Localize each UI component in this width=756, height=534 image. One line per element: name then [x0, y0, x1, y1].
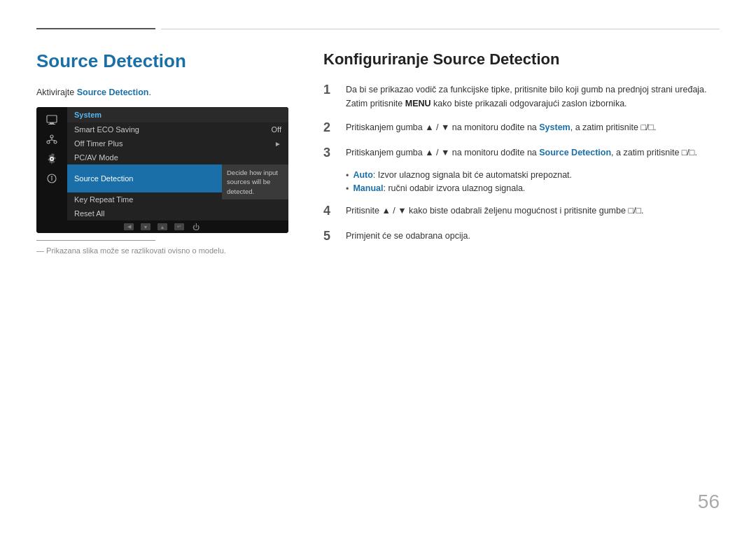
- bullet-auto-text: Auto: Izvor ulaznog signala bit će autom…: [353, 170, 572, 180]
- menu-item-smart-eco: Smart ECO Saving Off: [67, 122, 288, 136]
- svg-point-3: [50, 135, 53, 138]
- svg-rect-2: [48, 124, 55, 125]
- step-5: 5 Primjenit će se odabrana opcija.: [323, 229, 720, 244]
- top-dividers: [36, 28, 720, 29]
- step-2-number: 2: [323, 120, 337, 136]
- bullets-list: • Auto: Izvor ulaznog signala bit će aut…: [346, 170, 720, 194]
- monitor-bottom: ◀ ▼ ▲ ↵ ⏻: [36, 220, 288, 233]
- bullet-manual-text: Manual: ručni odabir izvora ulaznog sign…: [353, 183, 525, 193]
- network-icon: [41, 131, 62, 148]
- page-container: Source Detection Aktivirajte Source Dete…: [0, 0, 756, 534]
- tooltip-box: Decide how input sources will be detecte…: [222, 164, 288, 199]
- menu-item-off-timer: Off Timer Plus ►: [67, 136, 288, 150]
- activate-text: Aktivirajte Source Detection.: [36, 87, 288, 97]
- activate-suffix: .: [148, 87, 150, 97]
- menu-bold: MENU: [405, 99, 431, 108]
- bullet-manual: • Manual: ručni odabir izvora ulaznog si…: [346, 183, 720, 194]
- step-3-link: Source Detection: [539, 148, 611, 157]
- menu-label-key-repeat: Key Repeat Time: [74, 195, 133, 204]
- svg-point-5: [54, 141, 57, 143]
- bottom-divider: [36, 240, 155, 241]
- tooltip-text: Decide how input sources will be detecte…: [227, 169, 278, 195]
- svg-line-7: [48, 140, 52, 141]
- page-title: Source Detection: [36, 50, 288, 72]
- menu-label-reset: Reset All: [74, 209, 104, 218]
- monitor-screen: System Smart ECO Saving Off Off Timer Pl…: [36, 107, 288, 220]
- btn-up: ▲: [158, 223, 167, 230]
- left-column: Source Detection Aktivirajte Source Dete…: [36, 50, 309, 506]
- svg-rect-1: [50, 122, 54, 124]
- step-4: 4 Pritisnite ▲ / ▼ kako biste odabrali ž…: [323, 204, 720, 219]
- monitor-menu: System Smart ECO Saving Off Off Timer Pl…: [67, 107, 288, 220]
- step-4-number: 4: [323, 204, 337, 219]
- menu-item-pcav: PC/AV Mode: [67, 150, 288, 164]
- activate-prefix: Aktivirajte: [36, 87, 77, 97]
- main-content: Source Detection Aktivirajte Source Dete…: [36, 50, 720, 506]
- step-1-text: Da bi se prikazao vodič za funkcijske ti…: [346, 83, 720, 111]
- step-3-number: 3: [323, 146, 337, 161]
- steps-list: 1 Da bi se prikazao vodič za funkcijske …: [323, 83, 720, 244]
- bullet-auto: • Auto: Izvor ulaznog signala bit će aut…: [346, 170, 720, 181]
- bullets-item: • Auto: Izvor ulaznog signala bit će aut…: [346, 170, 720, 194]
- step-5-text: Primjenit će se odabrana opcija.: [346, 229, 470, 243]
- step-2: 2 Pritiskanjem gumba ▲ / ▼ na monitoru d…: [323, 120, 720, 136]
- btn-power: ⏻: [191, 223, 201, 230]
- step-3-text: Pritiskanjem gumba ▲ / ▼ na monitoru dođ…: [346, 146, 697, 160]
- step-2-text: Pritiskanjem gumba ▲ / ▼ na monitoru dođ…: [346, 120, 657, 134]
- menu-item-source-detection: Source Detection: [67, 164, 232, 192]
- menu-items: Smart ECO Saving Off Off Timer Plus ► PC…: [67, 122, 288, 220]
- btn-left: ◀: [124, 223, 134, 230]
- settings-icon: [41, 150, 62, 167]
- step-1-number: 1: [323, 83, 337, 98]
- term-auto: Auto: [353, 170, 372, 180]
- svg-rect-0: [47, 115, 57, 122]
- step-4-text: Pritisnite ▲ / ▼ kako biste odabrali žel…: [346, 204, 643, 218]
- note-text: ― Prikazana slika može se razlikovati ov…: [36, 246, 288, 255]
- bullet-dot-manual: •: [346, 184, 349, 194]
- step-2-link: System: [539, 122, 570, 132]
- menu-header: System: [67, 107, 288, 122]
- page-number: 56: [698, 491, 720, 513]
- step-3: 3 Pritiskanjem gumba ▲ / ▼ na monitoru d…: [323, 146, 720, 161]
- source-detection-row: Source Detection ✓ Auto Manu: [67, 164, 288, 192]
- right-title: Konfiguriranje Source Detection: [323, 50, 720, 69]
- menu-label-source-detection: Source Detection: [74, 174, 133, 183]
- activate-bold: Source Detection: [77, 87, 149, 97]
- btn-down: ▼: [141, 223, 150, 230]
- step-5-number: 5: [323, 229, 337, 244]
- menu-value-smart-eco: Off: [272, 125, 281, 134]
- btn-enter: ↵: [174, 223, 184, 230]
- monitor-icon: [41, 111, 62, 128]
- right-column: Konfiguriranje Source Detection 1 Da bi …: [309, 50, 720, 506]
- svg-line-8: [52, 140, 55, 141]
- svg-point-4: [47, 141, 50, 143]
- svg-point-11: [52, 176, 52, 177]
- divider-short: [36, 28, 155, 29]
- menu-label-pcav: PC/AV Mode: [74, 153, 118, 162]
- monitor-mockup: System Smart ECO Saving Off Off Timer Pl…: [36, 107, 288, 233]
- info-icon: [41, 170, 62, 187]
- monitor-sidebar: [36, 107, 67, 220]
- menu-item-reset: Reset All: [67, 206, 288, 220]
- divider-long: [161, 29, 720, 29]
- menu-arrow-off-timer: ►: [274, 140, 281, 148]
- term-manual: Manual: [353, 183, 383, 193]
- step-1: 1 Da bi se prikazao vodič za funkcijske …: [323, 83, 720, 111]
- bullet-dot-auto: •: [346, 171, 349, 181]
- menu-label-smart-eco: Smart ECO Saving: [74, 125, 139, 134]
- menu-label-off-timer: Off Timer Plus: [74, 139, 122, 148]
